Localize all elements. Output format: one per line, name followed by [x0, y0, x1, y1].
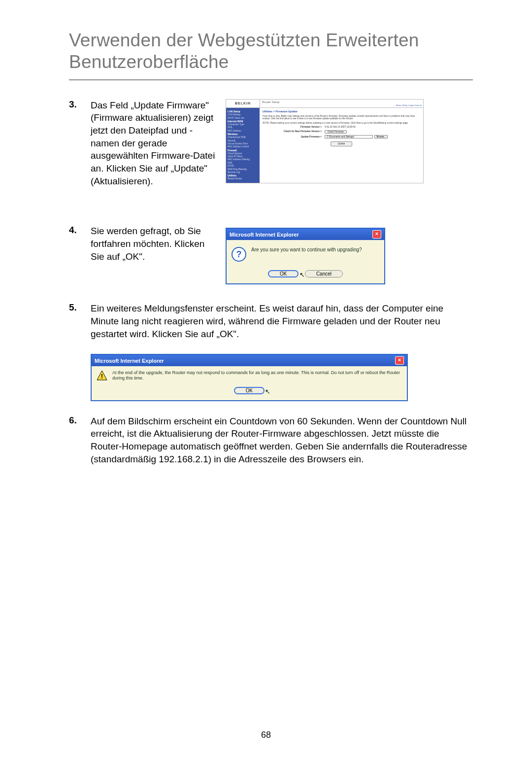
- confirm-dialog: Microsoft Internet Explorer × ? Are you …: [226, 228, 385, 284]
- nav-group: Utilities: [228, 174, 258, 177]
- check-firmware-button[interactable]: Check Firmware: [325, 130, 347, 134]
- fw-version-label: Firmware Version >: [263, 126, 325, 129]
- router-header: Router Setup Home | Help | Logout Intern…: [260, 100, 423, 108]
- page-number: 68: [0, 730, 532, 740]
- nav-item[interactable]: DDNS: [228, 165, 258, 167]
- nav-item[interactable]: Security Log: [228, 171, 258, 173]
- dialog-message: Are you sure you want to continue with u…: [251, 247, 362, 252]
- step-number: 4.: [69, 225, 91, 263]
- nav-item[interactable]: Client IP Filters: [228, 155, 258, 158]
- router-breadcrumb: Utilities > Firmware Update: [263, 110, 420, 113]
- nav-item[interactable]: MAC Address Filtering: [228, 158, 258, 161]
- close-icon[interactable]: ×: [372, 230, 381, 239]
- fw-version-value: 4.01.15 Feb 14 2007 19:20:42: [325, 126, 356, 129]
- page-title: Verwenden der Webgestützten Erweiterten …: [69, 30, 473, 73]
- update-fw-label: Update Firmware >: [263, 136, 325, 138]
- nav-item[interactable]: WAN Ping Blocking: [228, 168, 258, 171]
- router-note: NOTE: Please backup your current setting…: [263, 122, 420, 124]
- step-number: 3.: [69, 99, 91, 187]
- nav-item[interactable]: Connection Type: [228, 123, 258, 126]
- step-3: 3. Das Feld „Update Firmware" (Firmware …: [69, 99, 217, 187]
- nav-item[interactable]: Use as Access Point: [228, 142, 258, 145]
- heading-rule: [69, 79, 473, 80]
- nav-item[interactable]: MAC Address Control: [228, 145, 258, 148]
- nav-item[interactable]: MAC Address: [228, 130, 258, 132]
- step-4: 4. Sie werden gefragt, ob Sie fortfahren…: [69, 225, 217, 263]
- nav-item[interactable]: Channel and SSID: [228, 136, 258, 138]
- step-number: 6.: [69, 415, 91, 466]
- ok-button[interactable]: OK: [268, 270, 299, 277]
- step-text: Auf dem Bildschirm erscheint ein Countdo…: [91, 415, 473, 466]
- step-text: Sie werden gefragt, ob Sie fortfahren mö…: [91, 225, 217, 263]
- router-logo: BELKIN: [226, 100, 260, 108]
- step-text: Ein weiteres Meldungsfenster erscheint. …: [91, 302, 473, 340]
- step-5: 5. Ein weiteres Meldungsfenster erschein…: [69, 302, 473, 340]
- warning-icon: !: [97, 370, 107, 381]
- cancel-button[interactable]: Cancel: [305, 270, 343, 277]
- nav-item[interactable]: Restart Router: [228, 177, 258, 180]
- nav-group: Firewall: [228, 149, 258, 152]
- firmware-path-field[interactable]: C:\Documents and Settings\: [325, 135, 373, 138]
- step-number: 5.: [69, 302, 91, 340]
- dialog-title-text: Microsoft Internet Explorer: [230, 232, 299, 238]
- close-icon[interactable]: ×: [395, 356, 404, 365]
- nav-item[interactable]: Security: [228, 139, 258, 142]
- router-title: Router Setup: [262, 101, 279, 104]
- dialog-titlebar: Microsoft Internet Explorer ×: [227, 229, 384, 240]
- router-top-links: Home | Help | Logout Internet: [396, 104, 422, 107]
- nav-item[interactable]: DMZ: [228, 162, 258, 164]
- dialog-title-text: Microsoft Internet Explorer: [95, 358, 164, 364]
- router-content: Utilities > Firmware Update From time to…: [260, 108, 423, 183]
- dialog-message: At the end of the upgrade, the Router ma…: [112, 370, 402, 381]
- step-6: 6. Auf dem Bildschirm erscheint ein Coun…: [69, 415, 473, 466]
- nav-group: Wireless: [228, 133, 258, 136]
- router-paragraph: From time to time, Belkin may release ne…: [263, 115, 420, 120]
- browse-button[interactable]: Browse...: [374, 135, 388, 138]
- warning-dialog: Microsoft Internet Explorer × ! At the e…: [91, 354, 408, 401]
- nav-item[interactable]: Virtual Servers: [228, 152, 258, 155]
- router-screenshot: BELKIN Router Setup Home | Help | Logout…: [226, 99, 424, 183]
- question-icon: ?: [232, 247, 246, 262]
- ok-button[interactable]: OK: [234, 387, 265, 394]
- nav-group: Internet WAN: [228, 120, 258, 123]
- nav-group: LAN Setup: [228, 110, 258, 113]
- dialog-titlebar: Microsoft Internet Explorer ×: [92, 355, 407, 366]
- step-4-row: 4. Sie werden gefragt, ob Sie fortfahren…: [69, 206, 473, 284]
- nav-item[interactable]: LAN Settings: [228, 113, 258, 116]
- cursor-icon: ↖: [299, 272, 305, 278]
- page: Verwenden der Webgestützten Erweiterten …: [0, 0, 532, 760]
- cursor-icon: ↖: [265, 388, 270, 395]
- step-text: Das Feld „Update Firmware" (Firmware akt…: [91, 99, 217, 187]
- step-3-row: 3. Das Feld „Update Firmware" (Firmware …: [69, 99, 473, 201]
- check-fw-label: Check for New Firmware Version >: [263, 130, 325, 133]
- update-button[interactable]: Update: [331, 141, 353, 146]
- nav-item[interactable]: DNS: [228, 126, 258, 129]
- nav-item[interactable]: DHCP Client List: [228, 117, 258, 119]
- svg-text:!: !: [101, 373, 103, 380]
- router-sidebar: LAN SetupLAN SettingsDHCP Client ListInt…: [226, 108, 260, 183]
